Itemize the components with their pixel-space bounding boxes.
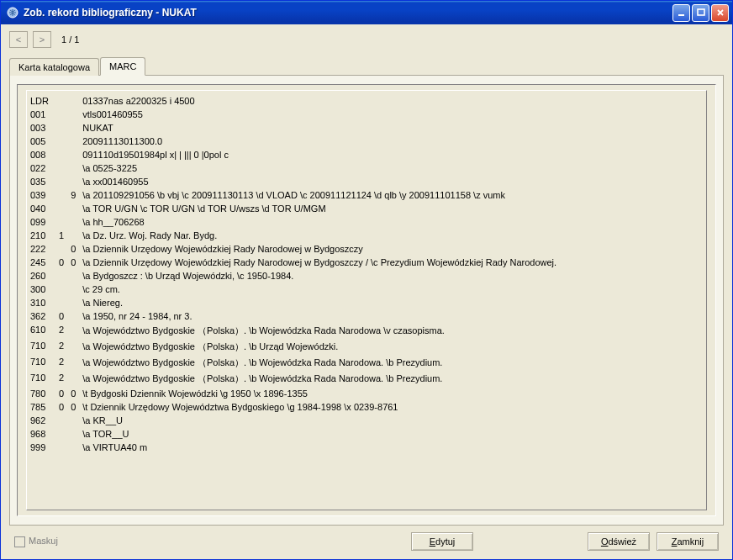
client-area: < > 1 / 1 Karta katalogowa MARC LDR01337… — [1, 24, 732, 559]
marc-ind2 — [67, 269, 79, 283]
marc-ind1 — [55, 161, 67, 175]
marc-ind2 — [67, 296, 79, 309]
marc-ind2 — [67, 323, 79, 339]
marc-value: \a KR__U — [79, 414, 706, 427]
marc-ind2 — [67, 339, 79, 355]
marc-value: 01337nas a2200325 i 4500 — [79, 94, 706, 108]
marc-ind1 — [55, 121, 67, 135]
marc-row: 2101\a Dz. Urz. Woj. Rady Nar. Bydg. — [27, 229, 706, 242]
marc-tag: 260 — [27, 269, 55, 283]
minimize-button[interactable] — [672, 4, 690, 22]
marc-ind2 — [67, 215, 79, 229]
marc-value: vtls001460955 — [79, 108, 706, 121]
window-title: Zob. rekord bibliograficzny - NUKAT — [24, 7, 672, 18]
marc-value: \a Dziennik Urzędowy Wojewódzkiej Rady N… — [79, 256, 706, 269]
marc-ind1: 0 — [55, 309, 67, 323]
close-window-button[interactable]: Zamknij — [657, 532, 719, 551]
marc-ind1 — [55, 175, 67, 188]
marc-tag: 710 — [27, 355, 55, 371]
marc-ind2: 9 — [67, 188, 79, 202]
marc-tag: 001 — [27, 108, 55, 121]
marc-ind2 — [67, 309, 79, 323]
marc-value: \a 1950, nr 24 - 1984, nr 3. — [79, 309, 706, 323]
close-button[interactable] — [711, 4, 729, 22]
marc-value: \a Dz. Urz. Woj. Rady Nar. Bydg. — [79, 229, 706, 242]
page-indicator: 1 / 1 — [61, 34, 79, 45]
marc-value: \a Niereg. — [79, 296, 706, 309]
marc-tag: 222 — [27, 242, 55, 256]
marc-row: 001vtls001460955 — [27, 108, 706, 121]
marc-ind2 — [67, 148, 79, 161]
marc-value: \a Dziennik Urzędowy Wojewódzkiej Rady N… — [79, 242, 706, 256]
marc-tag: 099 — [27, 215, 55, 229]
mask-checkbox[interactable]: Maskuj — [14, 536, 58, 547]
marc-row: 022\a 0525-3225 — [27, 161, 706, 175]
marc-ind2 — [67, 229, 79, 242]
marc-row: 7102\a Województwo Bydgoskie （Polska）. \… — [27, 339, 706, 355]
marc-ind2: 0 — [67, 387, 79, 400]
marc-ind1 — [55, 135, 67, 148]
marc-value: \a VIRTUA40 m — [79, 441, 706, 454]
tab-catalog-card[interactable]: Karta katalogowa — [9, 58, 99, 76]
marc-value: \a Województwo Bydgoskie （Polska）. \b Ur… — [79, 339, 706, 355]
window-controls — [672, 4, 729, 22]
marc-row: 2220\a Dziennik Urzędowy Wojewódzkiej Ra… — [27, 242, 706, 256]
marc-row: 00520091113011300.0 — [27, 135, 706, 148]
marc-value: \a TOR U/GN \c TOR U/GN \d TOR U/wszs \d… — [79, 202, 706, 215]
marc-tag: 022 — [27, 161, 55, 175]
marc-ind1: 2 — [55, 323, 67, 339]
marc-ind1 — [55, 242, 67, 256]
close-button-rest: amknij — [677, 536, 704, 547]
marc-ind2 — [67, 135, 79, 148]
marc-ind1 — [55, 296, 67, 309]
marc-ind2 — [67, 355, 79, 371]
marc-row: 7102\a Województwo Bydgoskie （Polska）. \… — [27, 355, 706, 371]
marc-ind1 — [55, 94, 67, 108]
marc-row: 78000\t Bydgoski Dziennik Wojewódzki \g … — [27, 387, 706, 400]
edit-button[interactable]: Edytuj — [411, 532, 473, 551]
marc-ind2 — [67, 175, 79, 188]
marc-value: \a 201109291056 \b vbj \c 200911130113 \… — [79, 188, 706, 202]
marc-tag: 999 — [27, 441, 55, 454]
marc-record-box: LDR01337nas a2200325 i 4500001vtls001460… — [17, 84, 716, 516]
marc-tag: 362 — [27, 309, 55, 323]
marc-ind1 — [55, 202, 67, 215]
marc-tag: 040 — [27, 202, 55, 215]
marc-tag: 003 — [27, 121, 55, 135]
marc-row: 040\a TOR U/GN \c TOR U/GN \d TOR U/wszs… — [27, 202, 706, 215]
marc-ind2 — [67, 371, 79, 387]
marc-tag: 785 — [27, 400, 55, 414]
marc-tag: 300 — [27, 283, 55, 296]
title-bar: Zob. rekord bibliograficzny - NUKAT — [1, 1, 732, 24]
maximize-button[interactable] — [692, 4, 709, 22]
marc-tag: LDR — [27, 94, 55, 108]
marc-row: 999\a VIRTUA40 m — [27, 441, 706, 454]
marc-ind2 — [67, 161, 79, 175]
marc-value: \a Województwo Bydgoskie （Polska）. \b Wo… — [79, 371, 706, 387]
marc-value: NUKAT — [79, 121, 706, 135]
marc-ind2: 0 — [67, 400, 79, 414]
marc-ind1 — [55, 283, 67, 296]
marc-value: 20091113011300.0 — [79, 135, 706, 148]
refresh-button[interactable]: Odśwież — [588, 532, 650, 551]
next-record-button[interactable]: > — [33, 31, 51, 48]
marc-ind2: 0 — [67, 242, 79, 256]
marc-row: LDR01337nas a2200325 i 4500 — [27, 94, 706, 108]
marc-tag: 780 — [27, 387, 55, 400]
tab-strip: Karta katalogowa MARC — [9, 56, 724, 75]
marc-row: 3620\a 1950, nr 24 - 1984, nr 3. — [27, 309, 706, 323]
marc-row: 0399\a 201109291056 \b vbj \c 2009111301… — [27, 188, 706, 202]
marc-ind2 — [67, 94, 79, 108]
marc-row: 968\a TOR__U — [27, 427, 706, 441]
marc-table: LDR01337nas a2200325 i 4500001vtls001460… — [27, 94, 706, 454]
marc-ind2 — [67, 283, 79, 296]
prev-record-button[interactable]: < — [9, 31, 28, 48]
marc-ind1: 2 — [55, 371, 67, 387]
marc-value: \t Bydgoski Dziennik Wojewódzki \g 1950 … — [79, 387, 706, 400]
marc-row: 260\a Bydgoszcz : \b Urząd Wojewódzki, \… — [27, 269, 706, 283]
marc-ind2 — [67, 121, 79, 135]
tab-marc[interactable]: MARC — [100, 57, 145, 76]
marc-ind1: 1 — [55, 229, 67, 242]
svg-rect-1 — [678, 14, 684, 16]
marc-ind1: 0 — [55, 400, 67, 414]
